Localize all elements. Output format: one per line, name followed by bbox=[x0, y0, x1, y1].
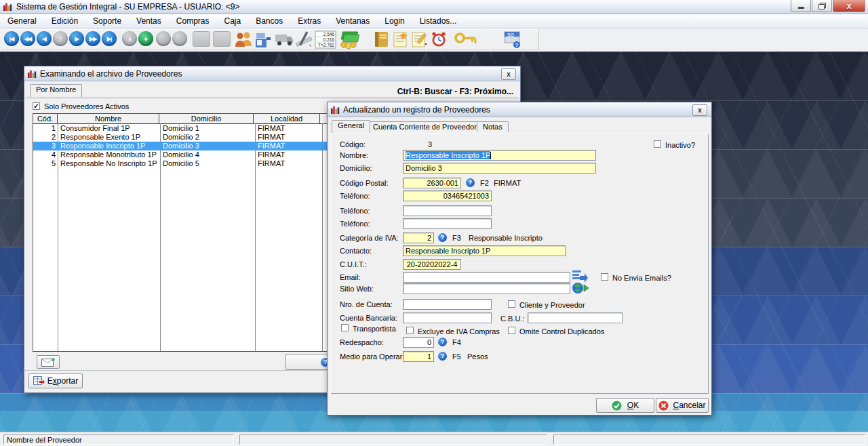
omite-duplicados-checkbox[interactable] bbox=[508, 327, 515, 334]
cancel-button[interactable]: Cancelar bbox=[656, 398, 709, 413]
restore-button[interactable] bbox=[812, 0, 832, 12]
transportista-checkbox[interactable] bbox=[341, 324, 349, 331]
inactivo-label: Inactivo? bbox=[665, 141, 695, 149]
menu-compras[interactable]: Compras bbox=[169, 15, 217, 27]
header-nombre[interactable]: Nombre bbox=[58, 114, 159, 123]
key-icon[interactable] bbox=[454, 32, 477, 48]
ok-check-icon bbox=[612, 401, 622, 411]
menu-bancos[interactable]: Bancos bbox=[248, 15, 290, 27]
cell-domicilio: Domicilio 4 bbox=[160, 150, 255, 159]
address-book-icon[interactable] bbox=[373, 31, 391, 48]
menu-listados[interactable]: Listados... bbox=[412, 15, 465, 27]
export-button[interactable]: Exportar bbox=[28, 373, 83, 388]
ok-label: O bbox=[627, 401, 633, 410]
redespacho-input[interactable]: 0 bbox=[403, 337, 434, 348]
search-shortcut-hint: Ctrl-B: Buscar - F3: Próximo... bbox=[397, 87, 513, 96]
cancel-label: C bbox=[673, 401, 679, 410]
cliente-proveedor-label: Cliente y Proveedor bbox=[519, 301, 585, 309]
nav-up-icon[interactable]: ∧ bbox=[122, 31, 137, 46]
cancel-x-icon bbox=[658, 401, 669, 411]
telefono2-input[interactable] bbox=[403, 205, 492, 216]
sitio-web-input[interactable] bbox=[403, 283, 570, 294]
menu-caja[interactable]: Caja bbox=[216, 15, 248, 27]
menu-login[interactable]: Login bbox=[377, 15, 412, 27]
codigo-postal-help-icon[interactable]: ? bbox=[466, 178, 475, 187]
nav-fast-back-icon[interactable]: ◀◀ bbox=[20, 31, 35, 46]
nav-back-icon[interactable]: ◀ bbox=[37, 31, 52, 46]
send-mail-button[interactable] bbox=[37, 355, 60, 369]
dialog-close-button[interactable]: x bbox=[692, 104, 707, 116]
app-titlebar[interactable]: Sistema de Gestión Integral - SU EMPRESA… bbox=[0, 0, 868, 14]
menu-edicion[interactable]: Edición bbox=[44, 15, 85, 27]
menu-soporte[interactable]: Soporte bbox=[85, 15, 129, 27]
nav-last-icon[interactable]: ▶| bbox=[102, 31, 117, 46]
domicilio-input[interactable]: Domicilio 3 bbox=[403, 163, 596, 174]
add-icon[interactable]: + bbox=[138, 31, 153, 46]
calculator-tape-icon[interactable]: 2.546 0.216 T=2.762 bbox=[315, 31, 336, 49]
telefono1-input[interactable]: 03465421003 bbox=[403, 190, 492, 201]
menu-ventas[interactable]: Ventas bbox=[129, 15, 169, 27]
header-cod[interactable]: Cód. bbox=[33, 114, 58, 123]
sg-help-icon[interactable]: SG ? bbox=[503, 31, 522, 49]
redespacho-fkey-label: F4 bbox=[452, 338, 461, 346]
telefono3-input[interactable] bbox=[403, 218, 492, 229]
menu-extras[interactable]: Extras bbox=[290, 15, 328, 27]
tab-notas[interactable]: Notas bbox=[477, 121, 509, 132]
nombre-input[interactable]: Responsable Inscripto 1P bbox=[403, 150, 596, 161]
contacto-input[interactable]: Responsable Inscripto 1P bbox=[403, 245, 566, 256]
delete-disabled-icon[interactable] bbox=[172, 31, 187, 46]
note-star-icon[interactable] bbox=[392, 31, 410, 48]
browse-close-button[interactable]: x bbox=[501, 68, 516, 80]
cell-nombre: Responsable No Inscripto 1P bbox=[58, 159, 160, 168]
medio-operar-input[interactable]: 1 bbox=[403, 351, 434, 362]
menu-general[interactable]: General bbox=[0, 15, 44, 27]
no-envia-emails-checkbox[interactable] bbox=[601, 273, 608, 281]
toolbar-square-button-1[interactable] bbox=[193, 31, 210, 47]
cash-register-icon[interactable] bbox=[254, 31, 273, 49]
medio-help-icon[interactable]: ? bbox=[438, 352, 447, 361]
money-icon[interactable] bbox=[339, 31, 359, 49]
close-button[interactable]: x bbox=[833, 0, 865, 12]
send-email-icon[interactable] bbox=[572, 269, 588, 283]
redespacho-help-icon[interactable]: ? bbox=[438, 338, 447, 346]
iva-help-icon[interactable]: ? bbox=[438, 233, 447, 242]
ok-button[interactable]: OK bbox=[596, 398, 654, 413]
medio-desc-label: Pesos bbox=[467, 352, 488, 361]
menu-ventanas[interactable]: Ventanas bbox=[328, 15, 377, 27]
cuenta-bancaria-input[interactable] bbox=[403, 312, 492, 323]
header-domicilio[interactable]: Domicilio bbox=[159, 114, 254, 123]
excluye-iva-checkbox[interactable] bbox=[406, 327, 414, 334]
note-edit-icon[interactable] bbox=[411, 31, 429, 48]
envelope-icon bbox=[41, 358, 55, 367]
cuit-input[interactable]: 20-20202022-4 bbox=[403, 259, 461, 270]
window-icon bbox=[27, 69, 37, 79]
dialog-titlebar[interactable]: Actualizando un registro de Proveedores … bbox=[328, 102, 711, 117]
toolbar-square-button-2[interactable] bbox=[213, 31, 231, 47]
cbu-input[interactable] bbox=[528, 312, 623, 323]
tab-general[interactable]: General bbox=[332, 120, 370, 133]
email-input[interactable] bbox=[403, 272, 570, 283]
codigo-postal-input[interactable]: 2630-001 bbox=[403, 178, 461, 188]
nav-first-icon[interactable]: |◀ bbox=[4, 31, 19, 46]
categoria-iva-input[interactable]: 2 bbox=[403, 232, 434, 243]
alarm-clock-icon[interactable] bbox=[430, 31, 448, 49]
edit-disabled-icon[interactable] bbox=[156, 31, 171, 46]
header-localidad[interactable]: Localidad bbox=[254, 114, 320, 123]
truck-icon[interactable] bbox=[274, 31, 294, 48]
drafting-tools-icon[interactable] bbox=[294, 31, 313, 48]
nav-search-icon[interactable]: ? bbox=[53, 31, 68, 46]
tab-cuenta-corriente[interactable]: Cuenta Corriente de Proveedores bbox=[367, 121, 490, 132]
nav-forward-icon[interactable]: ▶ bbox=[69, 31, 84, 46]
solo-activos-checkbox[interactable]: ✓ bbox=[33, 102, 40, 110]
nav-fast-forward-icon[interactable]: ▶▶ bbox=[85, 31, 100, 46]
minimize-button[interactable] bbox=[791, 0, 811, 12]
customers-icon[interactable] bbox=[235, 31, 254, 48]
globe-icon[interactable] bbox=[572, 281, 589, 295]
cliente-proveedor-checkbox[interactable] bbox=[508, 300, 515, 308]
nro-cuenta-input[interactable] bbox=[403, 299, 492, 310]
cell-nombre: Responsable Monotributo 1P bbox=[58, 150, 160, 159]
text-caret bbox=[490, 152, 491, 159]
inactivo-checkbox[interactable] bbox=[654, 140, 661, 148]
browse-window-titlebar[interactable]: Examinando el archivo de Proveedores x bbox=[24, 66, 520, 81]
tab-por-nombre[interactable]: Por Nombre bbox=[30, 84, 82, 97]
